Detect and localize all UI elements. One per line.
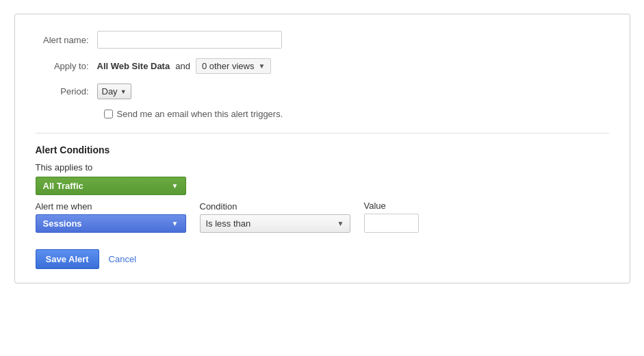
alert-me-when-row: Alert me when Sessions ▼ Condition Is le… (36, 201, 609, 233)
cancel-button[interactable]: Cancel (109, 254, 136, 264)
section-divider (36, 133, 609, 134)
alert-me-when-label: Alert me when (36, 201, 186, 212)
sessions-dropdown[interactable]: Sessions ▼ (36, 214, 186, 233)
value-input[interactable] (364, 214, 419, 233)
other-views-dropdown[interactable]: 0 other views ▼ (196, 58, 272, 74)
chevron-down-icon: ▼ (258, 62, 265, 70)
apply-to-row: Apply to: All Web Site Data and 0 other … (36, 58, 609, 74)
chevron-down-icon: ▼ (337, 220, 344, 227)
period-dropdown[interactable]: Day ▼ (97, 84, 131, 99)
value-col: Value (364, 201, 419, 233)
period-value: Day (102, 86, 118, 97)
condition-dropdown[interactable]: Is less than ▼ (200, 214, 350, 233)
applies-to-label: This applies to (36, 162, 609, 173)
period-row: Period: Day ▼ (36, 84, 609, 99)
apply-to-and: and (175, 61, 190, 71)
alert-name-input[interactable] (97, 31, 282, 49)
all-traffic-label: All Traffic (43, 181, 83, 191)
condition-value: Is less than (206, 218, 251, 229)
period-label: Period: (36, 86, 97, 97)
conditions-title: Alert Conditions (36, 144, 609, 155)
sessions-label: Sessions (43, 218, 82, 229)
chevron-down-icon: ▼ (172, 220, 179, 227)
email-checkbox[interactable] (104, 110, 113, 118)
value-label: Value (364, 201, 419, 211)
apply-to-label: Apply to: (36, 61, 97, 71)
email-checkbox-row: Send me an email when this alert trigger… (104, 109, 609, 119)
alert-name-label: Alert name: (36, 35, 97, 45)
footer-buttons: Save Alert Cancel (36, 249, 609, 269)
condition-label: Condition (200, 201, 350, 212)
alert-dialog: Alert name: Apply to: All Web Site Data … (14, 14, 630, 283)
conditions-section: Alert Conditions This applies to All Tra… (36, 144, 609, 233)
sessions-col: Alert me when Sessions ▼ (36, 201, 186, 233)
apply-to-bold: All Web Site Data (97, 61, 170, 71)
chevron-down-icon: ▼ (120, 88, 127, 95)
condition-col: Condition Is less than ▼ (200, 201, 350, 233)
save-alert-button[interactable]: Save Alert (36, 249, 99, 269)
chevron-down-icon: ▼ (172, 182, 179, 190)
other-views-label: 0 other views (202, 61, 255, 71)
all-traffic-dropdown[interactable]: All Traffic ▼ (36, 177, 186, 195)
email-checkbox-label: Send me an email when this alert trigger… (117, 109, 283, 119)
alert-name-row: Alert name: (36, 31, 609, 49)
apply-to-content: All Web Site Data and 0 other views ▼ (97, 58, 272, 74)
